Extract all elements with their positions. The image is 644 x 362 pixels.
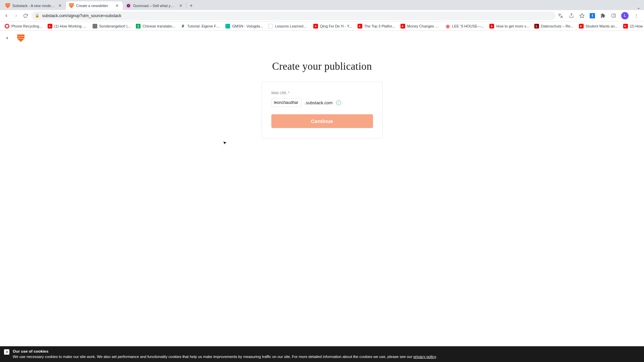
share-icon[interactable] <box>568 13 574 19</box>
back-button[interactable] <box>3 12 10 20</box>
reload-button[interactable] <box>22 12 30 20</box>
bookmark-item[interactable]: Student Wants an... <box>577 23 620 29</box>
youtube-icon <box>313 24 318 28</box>
bookmark-item[interactable]: Money Changes E... <box>398 23 442 29</box>
cookie-body: We use necessary cookies to make our sit… <box>13 355 437 359</box>
close-icon[interactable]: ✕ <box>4 349 9 355</box>
facebook-icon[interactable]: f <box>590 13 595 18</box>
extensions-icon[interactable] <box>600 13 606 19</box>
menu-icon[interactable]: ⋮ <box>633 13 639 19</box>
tab-title: Create a newsletter <box>76 4 112 8</box>
site-icon: 文 <box>136 24 141 28</box>
avatar[interactable]: L <box>621 12 629 19</box>
bookmarks-bar: Phone Recycling... (1) How Working a... … <box>0 21 644 31</box>
tab-strip: Substack - A new model for p... ✕ Create… <box>0 0 644 10</box>
check-icon <box>336 100 341 105</box>
bookmark-item[interactable]: Phone Recycling... <box>3 23 44 29</box>
site-icon <box>268 24 273 28</box>
star-icon[interactable] <box>579 13 585 19</box>
url-input[interactable] <box>274 100 299 105</box>
cursor-icon: ➤ <box>222 140 227 145</box>
forward-button[interactable] <box>12 12 20 20</box>
translate-icon[interactable] <box>557 13 564 19</box>
substack-logo-icon[interactable] <box>17 35 24 42</box>
tab-create-newsletter[interactable]: Create a newsletter ✕ <box>66 1 123 10</box>
bookmark-item[interactable]: How to get more v... <box>487 23 531 29</box>
youtube-icon <box>400 24 405 28</box>
tab-title: Gumroad – Sell what you know... <box>133 4 176 8</box>
browser-chrome: Substack - A new model for p... ✕ Create… <box>0 0 644 31</box>
bookmark-item[interactable]: GMSN - Vologda... <box>223 23 265 29</box>
url-row: .substack.com <box>271 98 373 107</box>
tab-gumroad[interactable]: Gumroad – Sell what you know... ✕ <box>123 1 186 10</box>
site-icon: L <box>534 24 539 28</box>
page-title: Create your publication <box>272 60 372 72</box>
bookmark-item[interactable]: LDatenschutz – Re... <box>532 23 576 29</box>
back-chevron-icon[interactable] <box>5 36 9 41</box>
hash-icon: # <box>180 24 185 28</box>
bookmark-item[interactable]: Lessons Learned f... <box>266 23 310 29</box>
favicon-gumroad <box>126 3 131 8</box>
svg-marker-0 <box>580 13 584 18</box>
browser-toolbar: 🔒 substack.com/signup?utm_source=substac… <box>0 10 644 21</box>
main-content: Create your publication Web URL * .subst… <box>0 46 644 138</box>
bookmark-item[interactable]: 文Chinese translatio... <box>134 23 177 29</box>
bookmark-item[interactable]: Sonderangebot! |... <box>91 23 132 29</box>
bookmark-item[interactable]: #Tutorial: Eigene Fa... <box>178 23 222 29</box>
bookmark-item[interactable]: (2) How To Add A... <box>621 23 644 29</box>
opera-icon <box>5 24 9 28</box>
youtube-icon <box>489 24 494 28</box>
close-icon[interactable]: ✕ <box>115 3 119 8</box>
chevron-down-icon[interactable]: ⌄ <box>637 5 641 10</box>
favicon-substack <box>69 3 74 8</box>
bookmark-item[interactable]: The Top 3 Platfor... <box>356 23 397 29</box>
address-bar[interactable]: 🔒 substack.com/signup?utm_source=substac… <box>32 11 555 20</box>
tab-title: Substack - A new model for p... <box>12 4 55 8</box>
tab-substack-home[interactable]: Substack - A new model for p... ✕ <box>2 1 66 10</box>
url-input-wrap[interactable] <box>271 98 302 107</box>
bookmark-item[interactable]: (1) How Working a... <box>46 23 89 29</box>
youtube-icon <box>48 24 52 28</box>
side-panel-icon[interactable] <box>610 13 616 19</box>
continue-button[interactable]: Continue <box>271 114 373 128</box>
tab-strip-end: ⌄ <box>196 5 644 10</box>
privacy-policy-link[interactable]: privacy policy <box>413 355 436 359</box>
url-text: substack.com/signup?utm_source=substack <box>42 13 121 18</box>
app-header <box>0 31 644 46</box>
youtube-icon <box>579 24 584 28</box>
close-icon[interactable]: ✕ <box>178 3 183 8</box>
bookmark-item[interactable]: ◉LEE 'S HOUSE---... <box>443 23 486 29</box>
new-tab-button[interactable]: + <box>186 1 196 10</box>
youtube-icon <box>623 24 628 28</box>
page-content: Create your publication Web URL * .subst… <box>0 31 644 362</box>
site-icon <box>93 24 97 28</box>
cookie-text: Our use of cookies We use necessary cook… <box>13 349 437 359</box>
url-suffix: .substack.com <box>305 100 333 105</box>
close-icon[interactable]: ✕ <box>58 3 62 8</box>
bookmark-item[interactable]: Qing Fei De Yi - Y... <box>311 23 354 29</box>
web-url-label: Web URL * <box>271 91 373 95</box>
lock-icon: 🔒 <box>35 13 40 18</box>
site-icon <box>225 24 230 28</box>
youtube-icon <box>358 24 362 28</box>
airbnb-icon: ◉ <box>445 24 450 28</box>
cookie-heading: Our use of cookies <box>13 349 437 354</box>
favicon-substack <box>5 3 10 8</box>
cookie-banner: ✕ Our use of cookies We use necessary co… <box>0 346 644 362</box>
svg-rect-1 <box>611 14 615 17</box>
toolbar-right: f L ⋮ <box>557 12 641 19</box>
publication-form-card: Web URL * .substack.com Continue <box>262 82 383 138</box>
